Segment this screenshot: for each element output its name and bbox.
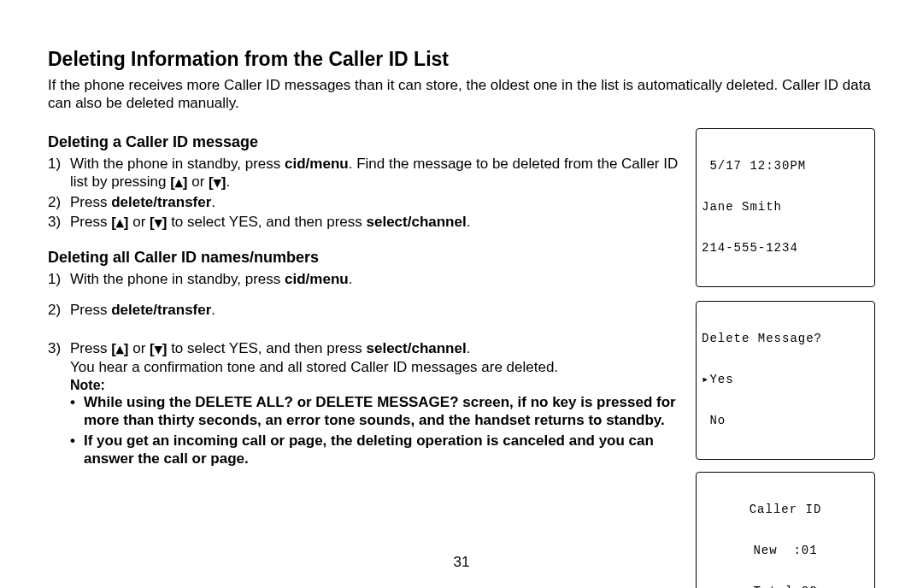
section-2-steps-cont: 2) Press delete/transfer. [48, 301, 680, 319]
step-body: Press delete/transfer. [70, 193, 680, 211]
lcd-line: 214-555-1234 [702, 241, 869, 255]
lcd-screen-caller-entry: 5/17 12:30PM Jane Smith 214-555-1234 [696, 128, 875, 287]
section-2-steps-cont2: 3) Press [▴] or [▾] to select YES, and t… [48, 339, 680, 376]
note-text: If you get an incoming call or page, the… [84, 432, 680, 468]
two-column-layout: Deleting a Caller ID message 1) With the… [48, 128, 875, 589]
list-item: • While using the DELETE ALL? or DELETE … [70, 393, 680, 430]
list-item: 2) Press delete/transfer. [48, 193, 680, 211]
down-arrow-icon: [▾] [150, 340, 167, 358]
lcd-line: 5/17 12:30PM [702, 159, 869, 173]
key-label: cid/menu [285, 156, 349, 172]
intro-paragraph: If the phone receives more Caller ID mes… [48, 76, 875, 113]
bullet-icon: • [70, 432, 84, 468]
text-column: Deleting a Caller ID message 1) With the… [48, 128, 680, 589]
lcd-screen-delete-message: Delete Message? ▸Yes No [696, 301, 875, 460]
up-arrow-icon: [▴] [111, 214, 128, 232]
section-2-steps: 1) With the phone in standby, press cid/… [48, 270, 680, 288]
key-label: select/channel [367, 214, 467, 230]
lcd-line: Delete Message? [702, 332, 869, 345]
step-number: 1) [48, 270, 70, 288]
down-arrow-icon: [▾] [209, 173, 226, 191]
list-item: • If you get an incoming call or page, t… [70, 432, 680, 468]
key-label: delete/transfer [111, 194, 211, 210]
step-number: 1) [48, 155, 70, 191]
lcd-line: Total:02 [702, 585, 869, 588]
note-text: While using the DELETE ALL? or DELETE ME… [84, 393, 680, 430]
page-title: Deleting Information from the Caller ID … [48, 48, 875, 71]
step-body: Press delete/transfer. [70, 301, 680, 319]
list-item: 2) Press delete/transfer. [48, 301, 680, 319]
manual-page: Deleting Information from the Caller ID … [0, 0, 923, 588]
step-number: 3) [48, 339, 70, 376]
step-body: With the phone in standby, press cid/men… [70, 155, 680, 191]
step-body: Press [▴] or [▾] to select YES, and then… [70, 213, 680, 232]
lcd-line: No [702, 414, 869, 427]
down-arrow-icon: [▾] [150, 214, 167, 232]
section-1-steps: 1) With the phone in standby, press cid/… [48, 155, 680, 232]
lcd-line: Caller ID [702, 503, 869, 516]
step-body: Press [▴] or [▾] to select YES, and then… [70, 339, 680, 376]
list-item: 1) With the phone in standby, press cid/… [48, 270, 680, 288]
list-item: 1) With the phone in standby, press cid/… [48, 155, 680, 191]
lcd-column: 5/17 12:30PM Jane Smith 214-555-1234 Del… [696, 128, 875, 589]
key-label: select/channel [367, 340, 467, 356]
step-number: 3) [48, 213, 70, 232]
note-label: Note: [70, 378, 680, 393]
up-arrow-icon: [▴] [111, 340, 128, 358]
lcd-line: ▸Yes [702, 373, 869, 386]
list-item: 3) Press [▴] or [▾] to select YES, and t… [48, 213, 680, 232]
step-body: With the phone in standby, press cid/men… [70, 270, 680, 288]
lcd-line: Jane Smith [702, 200, 869, 214]
key-label: delete/transfer [111, 302, 211, 318]
section-1-heading: Deleting a Caller ID message [48, 133, 680, 151]
list-item: 3) Press [▴] or [▾] to select YES, and t… [48, 339, 680, 376]
step-number: 2) [48, 301, 70, 319]
step-number: 2) [48, 193, 70, 211]
note-bullets: • While using the DELETE ALL? or DELETE … [70, 393, 680, 467]
up-arrow-icon: [▴] [170, 173, 187, 191]
section-2-heading: Deleting all Caller ID names/numbers [48, 249, 680, 267]
page-number: 31 [0, 554, 923, 571]
key-label: cid/menu [285, 271, 349, 287]
bullet-icon: • [70, 393, 84, 430]
